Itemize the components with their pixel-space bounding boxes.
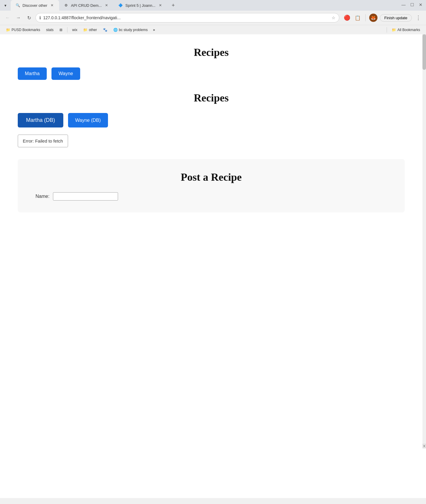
tab3-favicon: 🔷 (118, 3, 123, 8)
error-message: Error: Failed to fetch (18, 135, 68, 147)
bookmarks-more-button[interactable]: » (151, 27, 157, 33)
toolbar-separator (365, 14, 366, 21)
bookmarks-separator (67, 27, 67, 33)
post-recipe-title: Post a Recipe (36, 171, 387, 183)
forward-button[interactable]: → (14, 14, 22, 22)
address-bar[interactable]: ℹ 127.0.0.1:4887/flocker_frontend/naviga… (36, 13, 339, 22)
address-bar-row: ← → ↻ ℹ 127.0.0.1:4887/flocker_frontend/… (0, 11, 426, 25)
tab2-favicon: ⚙ (64, 3, 69, 8)
browser-chrome: ▾ 🔍 Discover other ✕ ⚙ API CRUD Dem... ✕… (0, 0, 426, 34)
bookmarks-right: 📁 All Bookmarks (385, 27, 422, 33)
martha-button[interactable]: Martha (18, 67, 47, 80)
finish-update-label: Finish update (384, 16, 407, 20)
extension2-icon[interactable]: 📋 (354, 14, 362, 22)
minimize-button[interactable]: — (401, 2, 406, 7)
scrollbar-thumb[interactable] (422, 34, 426, 70)
tab2-close[interactable]: ✕ (104, 3, 109, 8)
bookmark-other-folder-icon: 📁 (83, 28, 88, 32)
name-form-row: Name: (36, 192, 387, 201)
bookmark-other-label: other (89, 28, 97, 32)
bookmark-paw-icon: 🐾 (103, 28, 107, 32)
tab2-title: API CRUD Dem... (71, 3, 102, 8)
tab-bar: ▾ 🔍 Discover other ✕ ⚙ API CRUD Dem... ✕… (0, 0, 426, 11)
post-recipe-section: Post a Recipe Name: (18, 159, 405, 212)
scrollbar[interactable]: ▲ ▼ (422, 34, 426, 448)
user-avatar[interactable]: 🦊 (369, 14, 377, 22)
recipes-buttons-1: Martha Wayne (18, 67, 405, 80)
tab-collapse-btn[interactable]: ▾ (0, 0, 11, 11)
url-text: 127.0.0.1:4887/flocker_frontend/navigati… (43, 15, 329, 20)
bookmark-bc-label: bc study problems (119, 28, 148, 32)
bookmarks-bar: 📁 PUSD Bookmarks stats ⊞ wix 📁 other 🐾 🌐… (0, 25, 426, 34)
tab1-close[interactable]: ✕ (50, 3, 54, 8)
recipes-title-1: Recipes (18, 46, 405, 59)
tab-sprint5[interactable]: 🔷 Sprint 5 | Joann... ✕ (114, 0, 167, 11)
bookmark-folder-icon: 📁 (6, 28, 10, 32)
scroll-down-arrow[interactable]: ▼ (422, 444, 426, 448)
close-button[interactable]: ✕ (419, 2, 422, 7)
refresh-button[interactable]: ↻ (25, 14, 33, 22)
tab1-favicon: 🔍 (15, 3, 20, 8)
tab-discover-other[interactable]: 🔍 Discover other ✕ (11, 0, 59, 11)
bookmarks-right-separator (387, 27, 387, 33)
recipes-section-1: Recipes Martha Wayne (18, 46, 405, 80)
recipes-buttons-2: Martha (DB) Wayne (DB) (18, 113, 405, 127)
bookmark-pusd-label: PUSD Bookmarks (12, 28, 40, 32)
wayne-db-button[interactable]: Wayne (DB) (68, 113, 108, 127)
wayne-button[interactable]: Wayne (51, 67, 80, 80)
all-bookmarks-button[interactable]: 📁 All Bookmarks (389, 27, 422, 33)
bookmark-grid[interactable]: ⊞ (57, 27, 65, 33)
finish-update-button[interactable]: Finish update (380, 14, 412, 22)
page-wrapper: ▲ ▼ Recipes Martha Wayne Recipes Martha … (0, 34, 426, 498)
name-label: Name: (36, 194, 49, 199)
bookmark-wix-label: wix (72, 28, 77, 32)
bookmark-pusd[interactable]: 📁 PUSD Bookmarks (4, 27, 43, 33)
maximize-button[interactable]: ☐ (410, 2, 414, 7)
bookmark-star-icon[interactable]: ☆ (332, 15, 335, 20)
page-content: Recipes Martha Wayne Recipes Martha (DB)… (0, 34, 422, 448)
tab-api-crud[interactable]: ⚙ API CRUD Dem... ✕ (59, 0, 114, 11)
name-input[interactable] (53, 192, 118, 201)
tab1-title: Discover other (22, 3, 47, 8)
extension1-icon[interactable]: 🔴 (343, 14, 351, 22)
tab3-title: Sprint 5 | Joann... (125, 3, 156, 8)
bookmark-bc-study[interactable]: 🌐 bc study problems (111, 27, 150, 33)
collapse-icon: ▾ (4, 3, 7, 8)
recipes-section-2: Recipes Martha (DB) Wayne (DB) Error: Fa… (18, 92, 405, 147)
browser-menu-button[interactable]: ⋮ (414, 14, 422, 22)
toolbar-icons: 🔴 📋 🦊 Finish update ⋮ (343, 14, 422, 22)
info-icon: ℹ (39, 15, 41, 20)
new-tab-button[interactable]: + (169, 1, 178, 10)
tab3-close[interactable]: ✕ (158, 3, 163, 8)
window-controls: — ☐ ✕ (401, 2, 426, 8)
recipes-title-2: Recipes (18, 92, 405, 104)
bookmark-grid-icon: ⊞ (59, 28, 62, 32)
back-button[interactable]: ← (4, 14, 12, 22)
all-bookmarks-label: All Bookmarks (397, 28, 420, 32)
bookmark-paw[interactable]: 🐾 (101, 27, 110, 33)
martha-db-button[interactable]: Martha (DB) (18, 113, 63, 127)
bookmark-stats-label: stats (46, 28, 54, 32)
bookmark-globe-icon: 🌐 (113, 28, 118, 32)
bookmark-wix[interactable]: wix (70, 27, 80, 33)
bookmark-other[interactable]: 📁 other (81, 27, 99, 33)
bookmark-stats[interactable]: stats (44, 27, 56, 33)
all-bookmarks-icon: 📁 (392, 28, 396, 32)
